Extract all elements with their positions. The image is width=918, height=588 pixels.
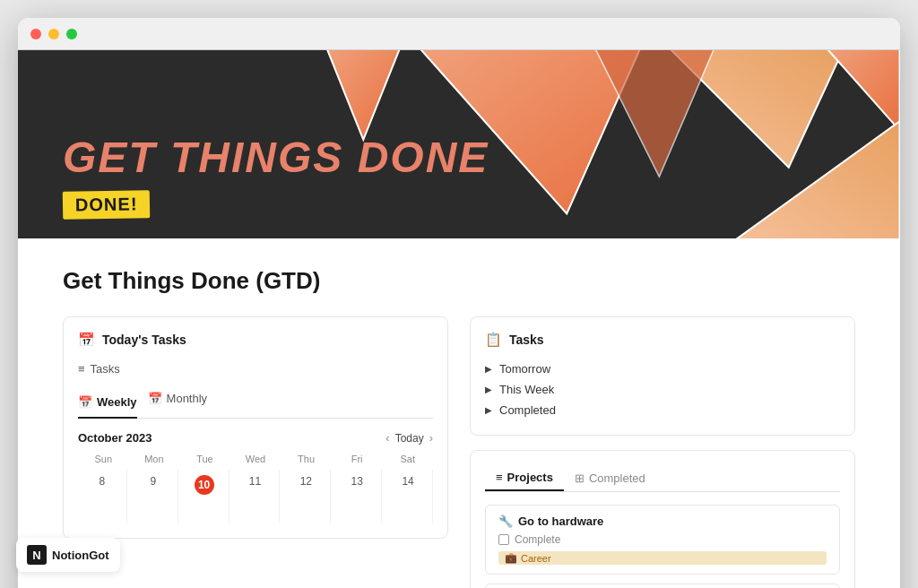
tab-monthly[interactable]: 📅 Monthly xyxy=(148,392,208,411)
day-tue: Tue xyxy=(179,454,230,464)
cal-cell-8[interactable]: 8 xyxy=(78,470,127,523)
dot-yellow[interactable] xyxy=(48,29,59,39)
left-column: 📅 Today's Tasks ≡ Tasks 📅 Weekly xyxy=(63,316,448,588)
cal-cell-9[interactable]: 9 xyxy=(129,470,178,523)
hero-title: GET THINGS DONE xyxy=(63,136,489,179)
cal-cell-13[interactable]: 13 xyxy=(333,470,382,523)
main-columns: 📅 Today's Tasks ≡ Tasks 📅 Weekly xyxy=(63,316,855,588)
arrow-completed: ▶ xyxy=(485,405,492,415)
hardware-icon: 🔧 xyxy=(498,514,513,528)
task-label-this-week: This Week xyxy=(499,383,554,396)
day-mon: Mon xyxy=(129,454,180,464)
task-item-completed[interactable]: ▶ Completed xyxy=(485,400,840,420)
task-item-tomorrow[interactable]: ▶ Tomorrow xyxy=(485,359,840,379)
checkbox-hardware[interactable] xyxy=(498,534,509,545)
titlebar xyxy=(18,18,900,50)
svg-marker-3 xyxy=(733,121,900,238)
todays-tasks-label: Today's Tasks xyxy=(102,333,186,347)
projects-card: ≡ Projects ⊞ Completed 🔧 Go to hardware xyxy=(470,450,855,588)
cal-week: 8 9 10 11 12 13 14 xyxy=(78,470,433,523)
svg-marker-4 xyxy=(326,50,401,140)
view-tabs: 📅 Weekly 📅 Monthly xyxy=(78,392,433,419)
monthly-icon: 📅 xyxy=(148,392,162,405)
tab-projects[interactable]: ≡ Projects xyxy=(485,465,564,491)
page-content: Get Things Done (GTD) 📅 Today's Tasks ≡ … xyxy=(18,238,900,588)
calendar-nav-btns: ‹ Today › xyxy=(385,431,433,445)
project-tag-hardware: 💼 Career xyxy=(498,551,827,565)
today-btn[interactable]: Today xyxy=(395,432,424,445)
calendar-month: October 2023 xyxy=(78,431,152,445)
tasks-link[interactable]: ≡ Tasks xyxy=(78,359,433,379)
prev-month-btn[interactable]: ‹ xyxy=(385,431,389,445)
branding: N NotionGot xyxy=(18,538,120,572)
calendar-grid: Sun Mon Tue Wed Thu Fri Sat 8 9 10 xyxy=(78,454,433,523)
day-thu: Thu xyxy=(281,454,332,464)
day-wed: Wed xyxy=(230,454,281,464)
tasks-card-header: 📋 Tasks xyxy=(485,332,840,348)
project-meta-hardware: Complete xyxy=(498,533,827,546)
career-tag: 💼 Career xyxy=(498,551,827,565)
tasks-list-icon: ≡ xyxy=(78,362,85,376)
svg-marker-5 xyxy=(595,50,715,177)
dot-green[interactable] xyxy=(66,29,77,39)
projects-tab-label: Projects xyxy=(507,471,553,484)
monthly-label: Monthly xyxy=(167,392,208,405)
todays-tasks-header: 📅 Today's Tasks xyxy=(78,332,433,348)
tasks-icon: 📋 xyxy=(485,332,502,348)
projects-icon: ≡ xyxy=(496,471,503,484)
task-item-this-week[interactable]: ▶ This Week xyxy=(485,379,840,400)
day-sat: Sat xyxy=(382,454,433,464)
task-label-completed: Completed xyxy=(499,403,556,417)
page-title: Get Things Done (GTD) xyxy=(63,267,855,295)
tasks-link-label: Tasks xyxy=(91,362,120,376)
day-sun: Sun xyxy=(78,454,129,464)
tab-weekly[interactable]: 📅 Weekly xyxy=(78,392,137,419)
hero-banner: GET THINGS DONE DONE! xyxy=(18,50,900,238)
brand-name: NotionGot xyxy=(52,549,109,562)
completed-tab-label: Completed xyxy=(589,471,645,485)
next-month-btn[interactable]: › xyxy=(429,431,433,445)
calendar-icon: 📅 xyxy=(78,332,95,348)
cal-cell-10[interactable]: 10 xyxy=(180,470,230,523)
proj-tabs: ≡ Projects ⊞ Completed xyxy=(485,465,840,492)
app-window: GET THINGS DONE DONE! xyxy=(18,18,900,588)
weekly-label: Weekly xyxy=(97,395,137,409)
project-item-hardware[interactable]: 🔧 Go to hardware Complete 💼 Career xyxy=(485,505,840,575)
completed-icon: ⊞ xyxy=(575,471,585,485)
todays-tasks-card: 📅 Today's Tasks ≡ Tasks 📅 Weekly xyxy=(63,316,448,539)
n-logo: N xyxy=(27,545,47,565)
arrow-this-week: ▶ xyxy=(485,385,492,394)
weekly-icon: 📅 xyxy=(78,395,92,409)
arrow-tomorrow: ▶ xyxy=(485,364,492,374)
cal-cell-12[interactable]: 12 xyxy=(281,470,331,523)
cal-days-header: Sun Mon Tue Wed Thu Fri Sat xyxy=(78,454,433,464)
project-item-japan[interactable]: 🏯 Trip to Japan Complete xyxy=(485,584,840,588)
dot-red[interactable] xyxy=(30,29,41,39)
right-column: 📋 Tasks ▶ Tomorrow ▶ This Week ▶ Complet… xyxy=(470,316,855,588)
day-fri: Fri xyxy=(332,454,383,464)
tasks-card-label: Tasks xyxy=(509,333,544,347)
tab-completed[interactable]: ⊞ Completed xyxy=(564,465,656,491)
tasks-card: 📋 Tasks ▶ Tomorrow ▶ This Week ▶ Complet… xyxy=(470,316,855,436)
project-title-hardware: 🔧 Go to hardware xyxy=(498,514,827,528)
cal-cell-11[interactable]: 11 xyxy=(231,470,281,523)
cal-cell-14[interactable]: 14 xyxy=(384,470,433,523)
task-label-tomorrow: Tomorrow xyxy=(499,362,550,376)
hero-badge: DONE! xyxy=(63,190,151,220)
calendar-nav: October 2023 ‹ Today › xyxy=(78,431,433,445)
